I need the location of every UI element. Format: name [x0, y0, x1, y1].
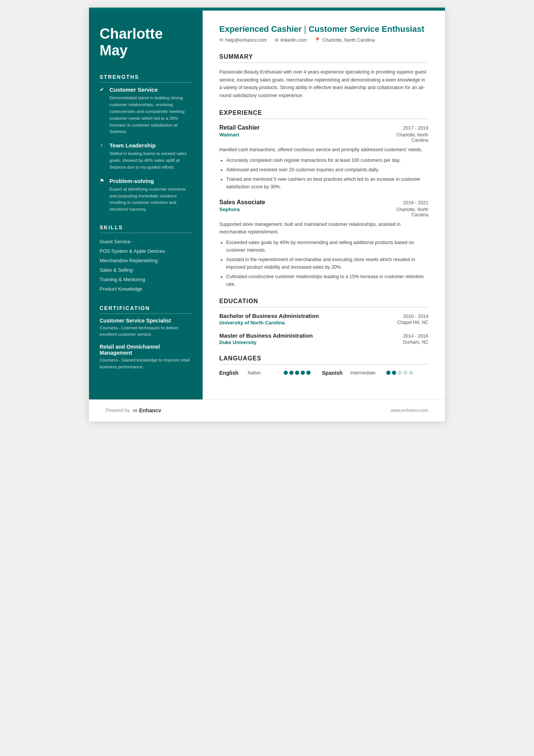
dot	[392, 371, 396, 375]
lang-level-spanish: Intermediate	[350, 370, 383, 376]
dot	[409, 371, 413, 375]
skill-guest-service: Guest Service ·	[100, 237, 192, 246]
sidebar: Charlotte May STRENGTHS ✔ Customer Servi…	[89, 11, 203, 399]
experience-sales-associate: Sales Associate 2019 - 2021 Sephora Char…	[219, 199, 428, 288]
job-summary-1: Handled cash transactions, offered court…	[219, 146, 428, 153]
footer-left: Powered by ∞ Enhancv	[106, 407, 161, 415]
enhancv-logo: ∞ Enhancv	[133, 407, 161, 415]
certification-title: CERTIFICATION	[100, 305, 192, 314]
linkedin-contact: ⊕ linkedin.com	[275, 37, 307, 43]
strength-desc-3: Expert at identifying customer concerns …	[100, 186, 192, 213]
bullet-item: Accurately completed cash register trans…	[226, 157, 428, 164]
checkmark-icon: ✔	[100, 86, 106, 93]
logo-symbol: ∞	[133, 407, 137, 415]
strength-title-1: Customer Service	[109, 86, 158, 93]
strength-title-2: Team Leadership	[109, 142, 156, 149]
language-english: English Native	[219, 370, 311, 376]
education-title: EDUCATION	[219, 298, 428, 307]
skill-sales: Sales & Selling ·	[100, 265, 192, 275]
cert-customer-service: Customer Service Specialist Coursera - L…	[100, 318, 192, 338]
flag-icon: ⚑	[100, 178, 106, 184]
email-icon: ✉	[219, 37, 223, 43]
job-dates-1: 2017 - 2019	[403, 125, 428, 131]
edu-school-2: Duke University	[219, 340, 256, 345]
resume-wrapper: Charlotte May STRENGTHS ✔ Customer Servi…	[89, 8, 445, 421]
strength-desc-2: Skilled in leading teams to exceed sales…	[100, 150, 192, 171]
strengths-title: STRENGTHS	[100, 74, 192, 83]
languages-section: LANGUAGES English Native	[219, 355, 428, 376]
lang-name-spanish: Spanish	[322, 370, 347, 376]
job-location-1: Charlotte, NorthCarolina	[396, 132, 428, 143]
resume-body: Charlotte May STRENGTHS ✔ Customer Servi…	[89, 11, 445, 399]
footer: Powered by ∞ Enhancv www.enhancv.com	[89, 399, 445, 421]
job-title-1: Retail Cashier	[219, 124, 260, 131]
skill-training: Training & Mentoring ·	[100, 275, 192, 284]
top-bar	[89, 8, 445, 11]
powered-by-text: Powered by	[106, 408, 130, 413]
skill-merchandise: Merchandise Replenishing ·	[100, 256, 192, 265]
edu-school-1: University of North Carolina	[219, 320, 285, 326]
candidate-name: Charlotte May	[100, 26, 192, 59]
job-company-2: Sephora	[219, 207, 240, 212]
summary-title: SUMMARY	[219, 53, 428, 63]
skills-title: SKILLS	[100, 224, 192, 233]
job-bullets-2: Exceeded sales goals by 40% by recommend…	[219, 239, 428, 288]
dot	[306, 371, 311, 375]
edu-location-2: Durham, NC	[403, 340, 428, 345]
cert-desc-2: Coursera - Gained knowledge to improve r…	[100, 357, 192, 370]
location-text: Charlotte, North Carolina	[322, 38, 375, 43]
dot	[403, 371, 408, 375]
main-headline: Experienced Cashier | Customer Service E…	[219, 24, 428, 34]
cert-title-1: Customer Service Specialist	[100, 318, 192, 324]
summary-section: SUMMARY Passionate Beauty Enthusiast wit…	[219, 53, 428, 100]
language-spanish: Spanish Intermediate	[322, 370, 413, 376]
dot	[301, 371, 305, 375]
brand-name: Enhancv	[139, 407, 161, 413]
main-content: Experienced Cashier | Customer Service E…	[203, 11, 445, 399]
cert-title-2: Retail and Omnichannel Management	[100, 344, 192, 356]
linkedin-text: linkedin.com	[281, 38, 307, 43]
lang-dots-spanish	[386, 371, 413, 375]
bullet-item: Exceeded sales goals by 40% by recommend…	[226, 239, 428, 254]
bullet-item: Trained and mentored 5 new cashiers on b…	[226, 175, 428, 191]
skill-product-knowledge: Product Knowledge	[100, 284, 192, 294]
strength-desc-1: Demonstrated talent in building strong c…	[100, 95, 192, 135]
experience-retail-cashier: Retail Cashier 2017 - 2019 Walmart Charl…	[219, 124, 428, 191]
job-location-2: Charlotte, NorthCarolina	[396, 207, 428, 218]
bullet-item: Assisted in the replenishment of merchan…	[226, 256, 428, 271]
edu-location-1: Chapel Hill, NC	[397, 320, 428, 326]
dot	[386, 371, 390, 375]
strength-team-leadership: ♀ Team Leadership Skilled in leading tea…	[100, 142, 192, 171]
lang-level-english: Native	[248, 370, 280, 376]
job-bullets-1: Accurately completed cash register trans…	[219, 157, 428, 191]
job-title-2: Sales Associate	[219, 199, 265, 206]
languages-title: LANGUAGES	[219, 355, 428, 365]
location-icon: 📍	[314, 37, 320, 43]
edu-dates-1: 2010 - 2014	[403, 314, 428, 319]
skills-section: SKILLS Guest Service · POS System & Appl…	[100, 224, 192, 294]
edu-bachelor: Bachelor of Business Administration 2010…	[219, 313, 428, 326]
job-dates-2: 2019 - 2021	[403, 200, 428, 205]
education-section: EDUCATION Bachelor of Business Administr…	[219, 298, 428, 345]
summary-text: Passionate Beauty Enthusiast with over 4…	[219, 68, 428, 100]
location-contact: 📍 Charlotte, North Carolina	[314, 37, 375, 43]
strength-problem-solving: ⚑ Problem-solving Expert at identifying …	[100, 178, 192, 213]
edu-master: Master of Business Administration 2014 -…	[219, 332, 428, 345]
cert-retail: Retail and Omnichannel Management Course…	[100, 344, 192, 370]
edu-degree-2: Master of Business Administration	[219, 332, 313, 339]
bullet-item: Addressed and resolved over 20 customer …	[226, 166, 428, 174]
edu-dates-2: 2014 - 2016	[403, 333, 428, 339]
bullet-item: Cultivated constructive customer relatio…	[226, 273, 428, 288]
email-text: help@enhancv.com	[225, 38, 267, 43]
job-company-1: Walmart	[219, 132, 239, 138]
contact-line: ✉ help@enhancv.com ⊕ linkedin.com 📍 Char…	[219, 37, 428, 43]
strengths-section: STRENGTHS ✔ Customer Service Demonstrate…	[100, 74, 192, 213]
linkedin-icon: ⊕	[275, 37, 279, 43]
lang-dots-english	[284, 371, 311, 375]
lang-name-english: English	[219, 370, 244, 376]
dot	[295, 371, 299, 375]
strength-title-3: Problem-solving	[109, 178, 154, 184]
skill-pos-system: POS System & Apple Devices ·	[100, 246, 192, 256]
person-icon: ♀	[100, 142, 106, 149]
job-summary-2: Supported store management, built and ma…	[219, 221, 428, 236]
